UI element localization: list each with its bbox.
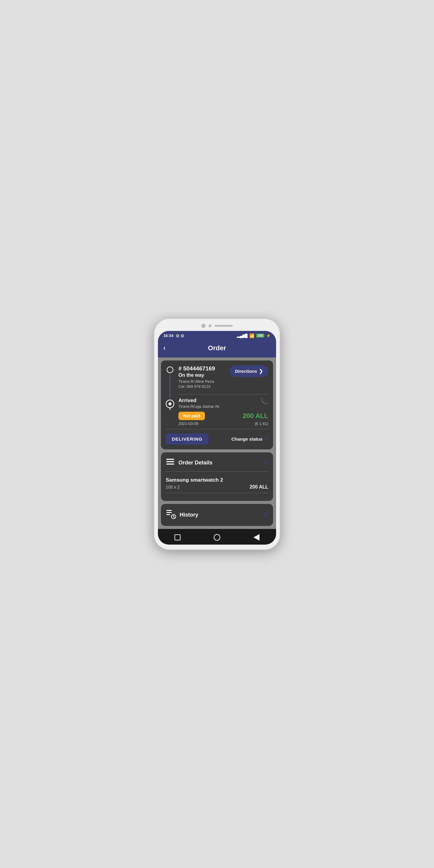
- item-quantity: 100 x 2: [166, 485, 180, 490]
- order-amount: 200 ALL: [243, 412, 268, 420]
- directions-arrow-icon: ❯: [259, 368, 263, 374]
- order-details-card: Order Details ∧ Samsung smartwatch 2 100…: [161, 453, 273, 501]
- phone-call-icon[interactable]: 📞: [260, 398, 268, 405]
- chevron-up-icon: ∧: [264, 459, 268, 467]
- app-header: ‹ Order: [158, 340, 276, 358]
- history-header[interactable]: History ∨: [166, 509, 268, 521]
- nav-square-icon: [175, 534, 181, 540]
- nav-triangle-icon: [253, 534, 259, 541]
- order-status: On the way: [179, 373, 215, 378]
- svg-line-13: [174, 517, 175, 518]
- order-card: # 5044467169 On the way Tirane,Rr.Mine P…: [161, 361, 273, 450]
- timeline-line: [170, 374, 170, 398]
- order-details-left: # 5044467169 On the way Tirane,Rr.Mine P…: [179, 365, 215, 391]
- order-from-address: Tirane,Rr.Mine Peza: [179, 379, 215, 384]
- history-chevron-down-icon: ∨: [264, 511, 268, 519]
- svg-rect-7: [166, 461, 169, 462]
- order-number: # 5044467169: [179, 365, 215, 372]
- list-icon: [166, 457, 175, 466]
- phone-screen: 16:34 ⊙ ⊙ ▂▄▆█ 📶 100 ⚡ ‹ Order: [158, 331, 276, 545]
- signal-icon: ▂▄▆█: [237, 334, 247, 338]
- order-divider-2: [166, 429, 268, 429]
- delivering-badge: DELIVERING: [166, 433, 209, 444]
- nav-back-button[interactable]: [252, 533, 261, 541]
- item-price: 200 ALL: [250, 484, 268, 490]
- pin-icon: [166, 400, 174, 410]
- history-header-left: History: [166, 509, 198, 521]
- timeline-start-circle: [167, 367, 173, 373]
- svg-rect-10: [166, 514, 170, 515]
- main-content: # 5044467169 On the way Tirane,Rr.Mine P…: [158, 358, 276, 529]
- speaker-dot: [209, 324, 212, 327]
- arrived-info: Arrived Tirane,Rruga Jashar Ali: [179, 398, 219, 409]
- svg-rect-5: [166, 464, 174, 465]
- svg-point-1: [168, 402, 172, 405]
- arrived-label: Arrived: [179, 398, 219, 404]
- battery-indicator: 100: [256, 334, 264, 338]
- order-item: Samsung smartwatch 2 100 x 2 200 ALL: [166, 476, 268, 490]
- item-qty-price-row: 100 x 2 200 ALL: [166, 484, 268, 490]
- history-list-icon: [166, 509, 176, 519]
- history-title: History: [180, 512, 198, 518]
- page-title: Order: [208, 344, 226, 352]
- phone-frame: 16:34 ⊙ ⊙ ▂▄▆█ 📶 100 ⚡ ‹ Order: [154, 318, 280, 550]
- change-status-label: Change status: [231, 436, 262, 441]
- status-time: 16:34: [163, 333, 173, 338]
- order-from-phone: Cel: 069 978 8123: [179, 384, 215, 389]
- arrived-address: Tirane,Rruga Jashar Ali: [179, 404, 219, 409]
- item-name: Samsung smartwatch 2: [166, 477, 268, 483]
- delivery-status-row: DELIVERING Change status ∨: [166, 433, 268, 444]
- timeline-end-pin: [166, 400, 174, 412]
- payment-row: Not paid 200 ALL: [179, 412, 268, 420]
- change-status-button[interactable]: Change status ∨: [231, 435, 268, 442]
- details-divider: [166, 471, 268, 472]
- back-button[interactable]: ‹: [163, 344, 165, 352]
- order-top-section: # 5044467169 On the way Tirane,Rr.Mine P…: [166, 365, 268, 426]
- nav-circle-icon: [214, 534, 220, 541]
- order-date: 2021-03-05: [179, 421, 198, 426]
- order-amount-eur: (€ 1.61): [255, 421, 268, 426]
- payment-status-badge: Not paid: [179, 412, 205, 420]
- svg-rect-8: [166, 510, 172, 511]
- directions-button[interactable]: Directions ❯: [230, 365, 268, 377]
- order-details-header-left: Order Details: [166, 457, 213, 468]
- item-bottom-divider: [166, 493, 268, 493]
- order-details-header[interactable]: Order Details ∧: [166, 457, 268, 468]
- nav-home-button[interactable]: [213, 533, 221, 541]
- order-details-title: Order Details: [179, 460, 213, 466]
- date-eur-row: 2021-03-05 (€ 1.61): [179, 421, 268, 426]
- pill-bar: [215, 325, 233, 327]
- order-details-icon: [166, 457, 175, 468]
- directions-label: Directions: [235, 369, 257, 374]
- arrived-row: Arrived Tirane,Rruga Jashar Ali 📞: [179, 398, 268, 409]
- history-card: History ∨: [161, 504, 273, 526]
- status-icons: ⊙ ⊙: [176, 333, 184, 338]
- svg-rect-6: [166, 459, 169, 460]
- chevron-down-icon: ∨: [264, 435, 268, 442]
- status-bar: 16:34 ⊙ ⊙ ▂▄▆█ 📶 100 ⚡: [158, 331, 276, 340]
- order-timeline: [166, 365, 174, 412]
- bottom-navigation: [158, 529, 276, 545]
- status-right: ▂▄▆█ 📶 100 ⚡: [237, 333, 271, 338]
- order-divider-1: [179, 394, 268, 395]
- order-info: # 5044467169 On the way Tirane,Rr.Mine P…: [179, 365, 268, 426]
- camera-dot: [201, 324, 206, 328]
- history-icon: [166, 509, 176, 521]
- status-left: 16:34 ⊙ ⊙: [163, 333, 184, 338]
- svg-rect-9: [166, 512, 172, 513]
- nav-recent-apps-button[interactable]: [173, 533, 182, 541]
- lightning-icon: ⚡: [266, 334, 271, 338]
- phone-top-bar: [158, 324, 276, 328]
- wifi-icon: 📶: [249, 333, 254, 338]
